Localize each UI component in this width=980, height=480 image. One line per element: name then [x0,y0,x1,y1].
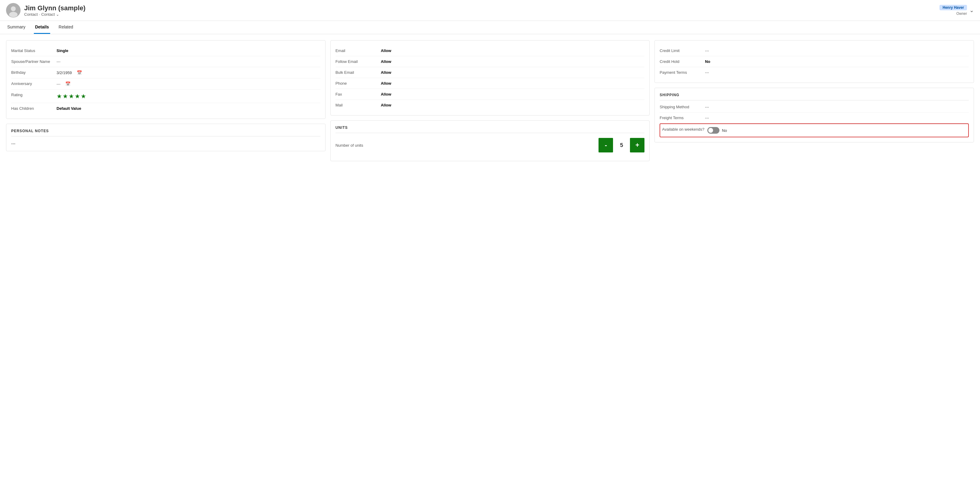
contact-type-1[interactable]: Contact [24,12,38,17]
field-credit-hold: Credit Hold No [660,56,969,67]
credit-limit-value: --- [705,48,969,53]
personal-notes-card: PERSONAL NOTES --- [6,124,326,151]
available-weekends-label: Available on weekends? [662,127,707,132]
increment-button[interactable]: + [630,138,644,152]
shipping-method-label: Shipping Method [660,105,705,109]
tab-details[interactable]: Details [34,21,50,34]
personal-notes-value: --- [11,138,320,146]
marital-status-value: Single [57,48,320,53]
shipping-title: SHIPPING [660,93,969,100]
billing-card: Credit Limit --- Credit Hold No Payment … [654,40,974,83]
field-freight-terms: Freight Terms --- [660,113,969,123]
toggle-slider [707,127,719,134]
field-birthday: Birthday 3/2/1959 📅 [11,67,320,78]
email-label: Email [336,48,381,53]
fax-value: Allow [381,92,645,96]
stepper-controls: - 5 + [598,138,644,152]
phone-label: Phone [336,81,381,86]
svg-point-1 [11,6,16,11]
birthday-calendar-icon[interactable]: 📅 [77,70,82,75]
mail-label: Mail [336,103,381,107]
credit-hold-value: No [705,59,969,64]
column-1: Marital Status Single Spouse/Partner Nam… [6,40,326,151]
avatar [6,3,21,18]
shipping-card: SHIPPING Shipping Method --- Freight Ter… [654,88,974,142]
rating-label: Rating [11,92,57,97]
contact-type-2[interactable]: Contact [41,12,55,17]
payment-terms-value: --- [705,70,969,75]
field-phone: Phone Allow [336,78,645,89]
field-fax: Fax Allow [336,89,645,100]
available-weekends-value: No [707,127,966,134]
header-chevron-icon[interactable]: ⌄ [969,7,974,14]
freight-terms-value: --- [705,116,969,120]
units-title: Units [336,126,645,133]
tab-bar: Summary Details Related [0,21,980,34]
spouse-name-label: Spouse/Partner Name [11,59,57,64]
shipping-method-value: --- [705,105,969,109]
weekend-toggle-label: No [722,128,727,133]
contact-preferences-card: Email Allow Follow Email Allow Bulk Emai… [330,40,650,116]
birthday-date: 3/2/1959 [57,70,72,75]
field-payment-terms: Payment Terms --- [660,67,969,78]
credit-limit-label: Credit Limit [660,48,705,53]
anniversary-label: Anniversary [11,81,57,86]
field-shipping-method: Shipping Method --- [660,102,969,113]
column-2: Email Allow Follow Email Allow Bulk Emai… [330,40,650,161]
owner-badge: Henry Haver [940,5,967,10]
rating-stars: ★★★★★ [57,92,320,100]
follow-email-label: Follow Email [336,59,381,64]
field-available-weekends: Available on weekends? No [660,123,969,137]
owner-label: Owner [956,11,967,16]
freight-terms-label: Freight Terms [660,116,705,120]
field-mail: Mail Allow [336,100,645,110]
contact-type: Contact · Contact ⌄ [24,12,940,17]
follow-email-value: Allow [381,59,645,64]
units-label: Number of units [336,143,599,148]
bulk-email-label: Bulk Email [336,70,381,75]
units-stepper-row: Number of units - 5 + [336,134,645,156]
marital-status-label: Marital Status [11,48,57,53]
field-has-children: Has Children Default Value [11,103,320,114]
bulk-email-value: Allow [381,70,645,75]
field-anniversary: Anniversary --- 📅 [11,78,320,89]
anniversary-calendar-icon[interactable]: 📅 [65,81,70,86]
has-children-label: Has Children [11,106,57,111]
fax-label: Fax [336,92,381,96]
field-email: Email Allow [336,45,645,56]
mail-value: Allow [381,103,645,107]
anniversary-value: --- 📅 [57,81,320,86]
payment-terms-label: Payment Terms [660,70,705,75]
toggle-wrapper: No [707,127,966,134]
svg-point-2 [9,12,18,17]
type-chevron-icon[interactable]: ⌄ [56,12,59,17]
weekend-toggle[interactable] [707,127,719,134]
header: Jim Glynn (sample) Contact · Contact ⌄ H… [0,0,980,21]
field-credit-limit: Credit Limit --- [660,45,969,56]
header-info: Jim Glynn (sample) Contact · Contact ⌄ [24,4,940,17]
personal-notes-title: PERSONAL NOTES [11,129,320,136]
decrement-button[interactable]: - [598,138,613,152]
field-rating: Rating ★★★★★ [11,89,320,103]
header-right: Henry Haver Owner [940,5,967,16]
field-follow-email: Follow Email Allow [336,56,645,67]
column-3: Credit Limit --- Credit Hold No Payment … [654,40,974,142]
field-spouse-name: Spouse/Partner Name --- [11,56,320,67]
spouse-name-value: --- [57,59,320,64]
personal-info-card: Marital Status Single Spouse/Partner Nam… [6,40,326,119]
contact-name: Jim Glynn (sample) [24,4,940,12]
tab-summary[interactable]: Summary [6,21,27,34]
credit-hold-label: Credit Hold [660,59,705,64]
field-bulk-email: Bulk Email Allow [336,67,645,78]
units-value: 5 [617,142,626,148]
has-children-value: Default Value [57,106,320,111]
tab-related[interactable]: Related [57,21,74,34]
phone-value: Allow [381,81,645,86]
birthday-value: 3/2/1959 📅 [57,70,320,75]
anniversary-date: --- [57,82,60,86]
units-card: Units Number of units - 5 + [330,120,650,161]
field-marital-status: Marital Status Single [11,45,320,56]
email-value: Allow [381,48,645,53]
birthday-label: Birthday [11,70,57,75]
main-content: Marital Status Single Spouse/Partner Nam… [0,34,980,167]
